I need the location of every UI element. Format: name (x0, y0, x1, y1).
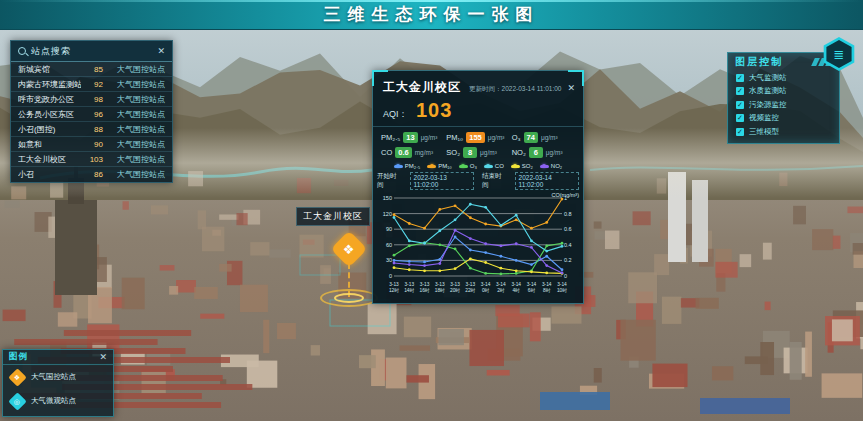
station-list-item[interactable]: 小召(国控) 88 大气国控站点 (11, 122, 172, 137)
station-list-item[interactable]: 公务员小区东区 96 大气国控站点 (11, 107, 172, 122)
pollutant-unit: μg/m³ (488, 134, 505, 141)
station-list-item[interactable]: 如意和 90 大气国控站点 (11, 137, 172, 152)
svg-text:120: 120 (383, 211, 392, 217)
layer-label: 污染源监控 (749, 100, 787, 110)
layer-row[interactable]: ✓ 视频监控 (728, 112, 839, 126)
station-list-item[interactable]: 内蒙古环境监测站 92 大气国控站点 (11, 77, 172, 92)
svg-text:0.2: 0.2 (564, 257, 572, 263)
legend-label: 大气微观站点 (31, 396, 76, 406)
pollutant-cell: PM₁₀ 155 μg/m³ (446, 132, 509, 143)
svg-text:3-1410时: 3-1410时 (557, 282, 567, 293)
station-type: 大气国控站点 (103, 169, 165, 180)
station-diamond-icon: ◎ (8, 392, 26, 410)
checkbox-icon[interactable]: ✓ (736, 74, 744, 82)
station-name: 小召(国控) (18, 124, 81, 135)
station-name: 小召 (18, 169, 81, 180)
station-type: 大气国控站点 (103, 94, 165, 105)
end-time-input[interactable]: 2022-03-14 11:02:00 (515, 172, 579, 190)
map-legend-panel: 图例 ✕ ❖ 大气国控站点 ◎ 大气微观站点 (2, 349, 114, 417)
station-type: 大气国控站点 (103, 79, 165, 90)
close-icon[interactable]: ✕ (99, 353, 107, 362)
svg-text:3-148时: 3-148时 (542, 282, 552, 293)
station-name: 呼市党政办公区 (18, 94, 81, 105)
legend-item[interactable]: NO₂ (540, 163, 562, 169)
aqi-label: AQI： (383, 109, 408, 119)
checkbox-icon[interactable]: ✓ (736, 101, 744, 109)
legend-row: ◎ 大气微观站点 (3, 389, 113, 413)
layer-row[interactable]: ✓ 三维模型 (728, 125, 839, 139)
header-bar: 三维生态环保一张图 (0, 0, 863, 30)
pollutant-unit: μg/m³ (546, 149, 563, 156)
legend-item[interactable]: PM₂.₅ (394, 163, 420, 169)
station-list-item[interactable]: 新城宾馆 85 大气国控站点 (11, 62, 172, 77)
pollutant-value-badge: 8 (463, 147, 477, 158)
pollutant-cell: O₃ 74 μg/m³ (512, 132, 575, 143)
pollutant-name: CO (381, 148, 392, 157)
series-name: NO₂ (551, 163, 562, 169)
legend-item[interactable]: SO₂ (511, 163, 533, 169)
svg-text:0: 0 (564, 273, 567, 279)
station-diamond-icon: ❖ (8, 368, 26, 386)
station-aqi: 86 (81, 170, 103, 179)
layer-row[interactable]: ✓ 大气监测站 (728, 71, 839, 85)
pollutant-value-badge: 13 (403, 132, 417, 143)
series-marker-icon (511, 165, 520, 168)
station-list-item[interactable]: 工大金川校区 103 大气国控站点 (11, 152, 172, 167)
svg-text:0.4: 0.4 (564, 242, 572, 248)
station-aqi: 103 (81, 155, 103, 164)
layer-control-panel: 图层控制 ✓ 大气监测站 ✓ 水质监测站 ✓ 污染源监控 ✓ 视频监控 ✓ 三维… (727, 52, 840, 144)
checkbox-icon[interactable]: ✓ (736, 87, 744, 95)
checkbox-icon[interactable]: ✓ (736, 114, 744, 122)
legend-item[interactable]: O₃ (459, 163, 477, 169)
station-type: 大气国控站点 (103, 124, 165, 135)
station-aqi: 88 (81, 125, 103, 134)
station-list-item[interactable]: 呼市党政办公区 98 大气国控站点 (11, 92, 172, 107)
pollutant-name: NO₂ (512, 148, 526, 157)
trend-chart: 030609012015000.20.40.60.81CO(mg/m³)3-13… (373, 192, 583, 302)
close-icon[interactable]: ✕ (567, 84, 575, 93)
svg-text:3-1316时: 3-1316时 (419, 282, 429, 293)
pollutant-value-badge: 0.6 (395, 147, 411, 158)
series-marker-icon (394, 165, 403, 168)
svg-text:3-1320时: 3-1320时 (450, 282, 460, 293)
station-aqi: 85 (81, 65, 103, 74)
station-type: 大气国控站点 (103, 109, 165, 120)
pollutant-cell: NO₂ 6 μg/m³ (512, 147, 575, 158)
trend-chart-svg: 030609012015000.20.40.60.81CO(mg/m³)3-13… (376, 192, 580, 298)
aqi-row: AQI： 103 (373, 98, 583, 127)
series-name: PM₁₀ (438, 163, 452, 169)
start-time-input[interactable]: 2022-03-13 11:02:00 (410, 172, 474, 190)
layer-row[interactable]: ✓ 水质监测站 (728, 85, 839, 99)
station-detail-popup: 工大金川校区 更新时间：2022-03-14 11:01:00 ✕ AQI： 1… (372, 70, 584, 304)
search-icon (18, 47, 26, 55)
svg-text:3-146时: 3-146时 (527, 282, 537, 293)
pollutant-unit: μg/m³ (421, 134, 438, 141)
series-marker-icon (484, 165, 493, 168)
layer-row[interactable]: ✓ 污染源监控 (728, 98, 839, 112)
station-aqi: 90 (81, 140, 103, 149)
pollutant-name: PM₂.₅ (381, 133, 400, 142)
pollutant-cell: SO₂ 8 μg/m³ (446, 147, 509, 158)
station-type: 大气国控站点 (103, 154, 165, 165)
series-name: CO (495, 163, 504, 169)
time-filter-row: 开始时间 2022-03-13 11:02:00 结束时间 2022-03-14… (373, 170, 583, 192)
checkbox-icon[interactable]: ✓ (736, 128, 744, 136)
legend-item[interactable]: CO (484, 163, 504, 169)
pollutant-value-badge: 155 (466, 132, 485, 143)
svg-text:30: 30 (386, 257, 392, 263)
svg-text:0.6: 0.6 (564, 226, 572, 232)
svg-text:CO(mg/m³): CO(mg/m³) (552, 192, 580, 198)
station-type: 大气国控站点 (103, 139, 165, 150)
pollutant-name: PM₁₀ (446, 133, 463, 142)
pollutant-unit: mg/m³ (415, 149, 433, 156)
svg-text:3-144时: 3-144时 (511, 282, 521, 293)
station-map-label[interactable]: 工大金川校区 (296, 207, 370, 226)
legend-item[interactable]: PM₁₀ (427, 163, 452, 169)
start-time-label: 开始时间 (377, 172, 402, 190)
station-name: 如意和 (18, 139, 81, 150)
close-icon[interactable]: ✕ (157, 47, 165, 56)
station-name: 工大金川校区 (18, 154, 81, 165)
series-name: O₃ (470, 163, 477, 169)
svg-text:3-140时: 3-140时 (481, 282, 491, 293)
station-list-item[interactable]: 小召 86 大气国控站点 (11, 167, 172, 182)
